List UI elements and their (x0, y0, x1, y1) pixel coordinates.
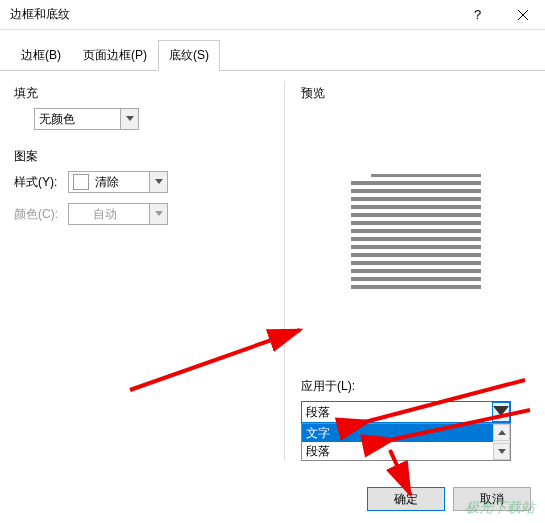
apply-dropdown-button[interactable] (492, 402, 510, 422)
chevron-down-icon (155, 179, 163, 185)
apply-selected: 段落 (306, 404, 330, 421)
chevron-down-icon (155, 211, 163, 217)
svg-marker-3 (155, 179, 163, 184)
fill-dropdown[interactable]: 无颜色 (34, 108, 139, 130)
chevron-up-icon (498, 430, 506, 436)
pattern-label: 图案 (14, 148, 268, 165)
preview-label: 预览 (301, 85, 531, 102)
color-dropdown[interactable]: 自动 (68, 203, 168, 225)
svg-marker-7 (498, 449, 506, 454)
apply-label: 应用于(L): (301, 378, 531, 395)
color-value: 自动 (73, 206, 117, 223)
apply-dropdown[interactable]: 段落 (301, 401, 511, 423)
svg-marker-6 (498, 430, 506, 435)
style-dropdown-button[interactable] (149, 172, 167, 192)
ok-button[interactable]: 确定 (367, 487, 445, 511)
tab-shading[interactable]: 底纹(S) (158, 40, 220, 71)
color-label: 颜色(C): (14, 206, 68, 223)
style-value: 清除 (95, 174, 119, 191)
right-panel: 预览 应用于(L): 段落 文字 段落 (284, 81, 531, 461)
dialog-buttons: 确定 取消 (367, 487, 531, 511)
apply-option-para[interactable]: 段落 (302, 442, 510, 460)
tab-border[interactable]: 边框(B) (10, 40, 72, 71)
title-bar: 边框和底纹 ? (0, 0, 545, 30)
style-label: 样式(Y): (14, 174, 68, 191)
close-icon (518, 10, 528, 20)
help-button[interactable]: ? (455, 0, 500, 30)
color-dropdown-button[interactable] (149, 204, 167, 224)
style-dropdown[interactable]: 清除 (68, 171, 168, 193)
style-row: 样式(Y): 清除 (14, 171, 268, 193)
fill-value: 无颜色 (39, 111, 75, 128)
scroll-down-button[interactable] (493, 443, 510, 460)
window-title: 边框和底纹 (10, 6, 70, 23)
listbox-scrollbar[interactable] (493, 424, 510, 460)
tab-strip: 边框(B) 页面边框(P) 底纹(S) (0, 30, 545, 71)
cancel-button[interactable]: 取消 (453, 487, 531, 511)
svg-marker-2 (126, 116, 134, 121)
chevron-down-icon (126, 116, 134, 122)
svg-marker-4 (155, 211, 163, 216)
fill-dropdown-button[interactable] (120, 109, 138, 129)
help-icon: ? (474, 7, 481, 22)
paragraph-preview (351, 174, 481, 293)
chevron-down-icon (498, 449, 506, 455)
content-area: 填充 无颜色 图案 样式(Y): 清除 颜色(C): 自动 (0, 71, 545, 471)
svg-marker-5 (493, 406, 509, 416)
scroll-up-button[interactable] (493, 424, 510, 441)
chevron-down-icon (493, 406, 509, 418)
apply-listbox[interactable]: 文字 段落 (301, 423, 511, 461)
apply-option-text[interactable]: 文字 (302, 424, 510, 442)
fill-label: 填充 (14, 85, 268, 102)
apply-section: 应用于(L): 段落 文字 段落 (301, 374, 531, 461)
close-button[interactable] (500, 0, 545, 30)
left-panel: 填充 无颜色 图案 样式(Y): 清除 颜色(C): 自动 (14, 81, 284, 461)
style-swatch (73, 174, 89, 190)
preview-box (301, 108, 531, 358)
color-row: 颜色(C): 自动 (14, 203, 268, 225)
tab-page-border[interactable]: 页面边框(P) (72, 40, 158, 71)
